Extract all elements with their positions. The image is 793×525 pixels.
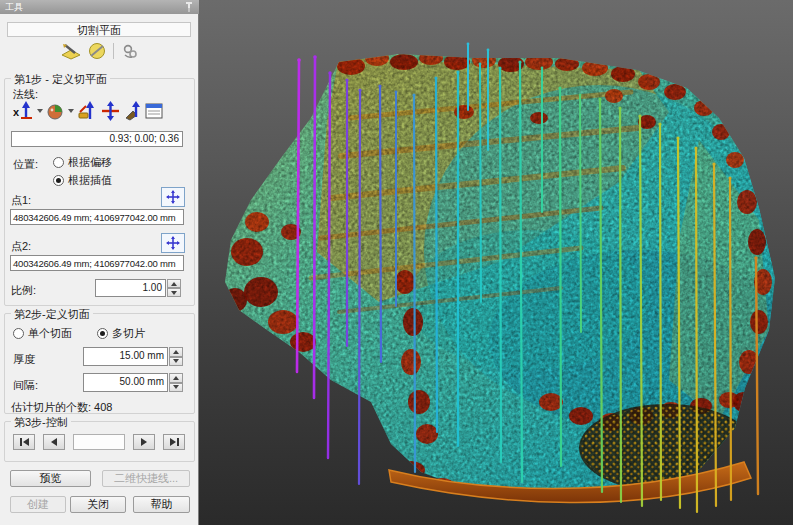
normal-pick-icon[interactable] [77, 101, 98, 121]
spacing-label: 间隔: [13, 378, 38, 393]
ratio-input[interactable]: 1.00 [95, 279, 166, 297]
ratio-label: 比例: [11, 283, 36, 298]
radio-circle[interactable] [97, 328, 108, 339]
step3-legend: 第3步-控制 [11, 415, 71, 430]
radio-by-interpolation[interactable]: 根据插值 [53, 173, 112, 188]
normal-label: 法线: [13, 87, 38, 102]
ratio-spinner: 1.00 [95, 279, 181, 297]
radio-multi-slice-label: 多切片 [112, 326, 145, 341]
panel-title: 工具 [5, 2, 23, 12]
panel-header: 切割平面 [7, 22, 191, 37]
radio-circle[interactable] [13, 328, 24, 339]
slice-index-input[interactable] [73, 434, 125, 450]
point2-label: 点2: [11, 239, 31, 254]
ratio-spin-down-button[interactable] [167, 288, 181, 297]
slice-count-estimate: 估计切片的个数: 408 [11, 400, 112, 415]
viewport-3d[interactable] [199, 0, 793, 525]
step2-group: 第2步-定义切面 单个切面 多切片 厚度 15.00 mm 间隔: 50.00 … [4, 313, 195, 414]
step2-legend: 第2步-定义切面 [11, 307, 93, 322]
step1-legend: 第1步 - 定义切平面 [11, 72, 110, 87]
normal-align-icon[interactable] [123, 101, 143, 121]
quick-2d-lines-button: 二维快捷线... [102, 470, 190, 487]
thickness-label: 厚度 [13, 352, 35, 367]
ratio-spin-up-button[interactable] [167, 279, 181, 288]
cutplane-toolbar [0, 40, 199, 62]
thickness-spin-up-button[interactable] [169, 347, 183, 357]
close-button[interactable]: 关闭 [70, 496, 126, 513]
chevron-down-icon[interactable] [37, 109, 43, 113]
spacing-spinner: 50.00 mm [83, 373, 183, 392]
tools-panel: 工具 切割平面 第1步 - 定义切平面 法线: [0, 0, 199, 525]
help-button[interactable]: 帮助 [133, 496, 190, 513]
point-cloud-rock [199, 0, 793, 525]
previous-slice-button[interactable] [43, 434, 65, 450]
radio-multi-slice[interactable]: 多切片 [97, 326, 145, 341]
position-label: 位置: [13, 157, 38, 172]
application-window: 工具 切割平面 第1步 - 定义切平面 法线: [0, 0, 793, 525]
thickness-spinner: 15.00 mm [83, 347, 183, 366]
slice-disc-icon[interactable] [88, 42, 106, 60]
radio-circle[interactable] [53, 175, 64, 186]
normal-vector-input[interactable]: 0.93; 0.00; 0.36 [11, 131, 183, 147]
radio-by-offset[interactable]: 根据偏移 [53, 155, 112, 170]
create-button: 创建 [10, 496, 66, 513]
thickness-input[interactable]: 15.00 mm [83, 347, 168, 366]
point2-input[interactable]: 400342606.49 mm; 4106977042.00 mm [10, 255, 184, 271]
step1-group: 第1步 - 定义切平面 法线: x [4, 78, 195, 306]
spacing-spin-up-button[interactable] [169, 373, 183, 383]
step3-group: 第3步-控制 [4, 421, 195, 462]
point1-input[interactable]: 480342606.49 mm; 4106977042.00 mm [10, 209, 184, 225]
first-slice-button[interactable] [13, 434, 35, 450]
radio-by-interpolation-label: 根据插值 [68, 173, 112, 188]
radio-single-section[interactable]: 单个切面 [13, 326, 72, 341]
spacing-input[interactable]: 50.00 mm [83, 373, 168, 392]
normal-fit-plane-icon[interactable] [46, 102, 65, 121]
coordinate-dialog-icon[interactable] [145, 103, 163, 119]
point1-pick-button[interactable] [161, 187, 185, 207]
chevron-down-icon[interactable] [68, 109, 74, 113]
svg-text:x: x [13, 106, 20, 118]
radio-circle[interactable] [53, 157, 64, 168]
panel-header-label: 切割平面 [77, 24, 121, 36]
panel-titlebar[interactable]: 工具 [0, 0, 199, 14]
radio-by-offset-label: 根据偏移 [68, 155, 112, 170]
radio-single-section-label: 单个切面 [28, 326, 72, 341]
thickness-spin-down-button[interactable] [169, 357, 183, 367]
spacing-spin-down-button[interactable] [169, 383, 183, 393]
normal-icon-row: x [13, 101, 163, 121]
point-cloud-scene [199, 0, 793, 525]
last-slice-button[interactable] [163, 434, 185, 450]
edit-plane-icon[interactable] [61, 43, 81, 60]
normal-flip-icon[interactable] [100, 101, 121, 121]
toolbar-separator [113, 43, 114, 59]
pin-icon[interactable] [184, 1, 194, 13]
normal-x-axis-icon[interactable]: x [13, 101, 34, 121]
preview-button[interactable]: 预览 [10, 470, 91, 487]
point2-pick-button[interactable] [161, 233, 185, 253]
grab-options-icon[interactable] [121, 43, 139, 60]
point1-label: 点1: [11, 193, 31, 208]
next-slice-button[interactable] [133, 434, 155, 450]
